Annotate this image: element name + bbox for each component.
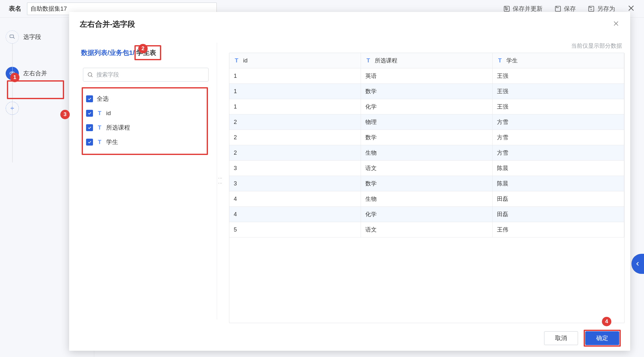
checkbox-checked-icon[interactable] xyxy=(86,124,93,131)
table-cell: 方雪 xyxy=(493,115,624,130)
table-cell: 化学 xyxy=(361,207,493,222)
table-cell: 语文 xyxy=(361,161,493,176)
table-cell: 4 xyxy=(229,191,361,207)
column-header-id[interactable]: Tid xyxy=(229,53,361,68)
field-label: 所选课程 xyxy=(106,124,130,132)
table-cell: 田磊 xyxy=(493,191,624,207)
modal-footer: 取消 确定 xyxy=(69,326,630,351)
table-cell: 3 xyxy=(229,161,361,176)
table-cell: 1 xyxy=(229,84,361,99)
field-search[interactable] xyxy=(83,68,209,82)
table-cell: 1 xyxy=(229,99,361,115)
select-all-row[interactable]: 全选 xyxy=(86,92,204,106)
table-row[interactable]: 2物理方雪 xyxy=(229,115,624,130)
field-search-input[interactable] xyxy=(96,72,205,78)
ok-button[interactable]: 确定 xyxy=(585,331,619,345)
drag-handle-icon[interactable]: ⋮⋮ xyxy=(218,176,223,186)
table-cell: 英语 xyxy=(361,68,493,84)
table-cell: 陈晨 xyxy=(493,161,624,176)
table-cell: 王伟 xyxy=(493,222,624,237)
table-cell: 2 xyxy=(229,130,361,145)
field-row-student[interactable]: T 学生 xyxy=(86,135,204,149)
column-header-student[interactable]: T学生 xyxy=(493,53,624,68)
preview-panel: 当前仅显示部分数据 Tid T所选课程 T学生 1英语王强1数学王强1化学王强2… xyxy=(226,36,625,326)
table-cell: 王强 xyxy=(493,68,624,84)
annotation-badge-1: 1 xyxy=(10,73,19,82)
side-expand-tab[interactable] xyxy=(631,254,644,274)
select-fields-icon xyxy=(6,30,19,44)
modal-body: 数据列表/业务包1/学生表 全选 T id T 所选 xyxy=(69,36,630,326)
close-icon xyxy=(627,4,635,12)
checkbox-checked-icon[interactable] xyxy=(86,110,93,117)
table-row[interactable]: 2生物方雪 xyxy=(229,145,624,161)
table-row[interactable]: 1化学王强 xyxy=(229,99,624,115)
modal-close-button[interactable] xyxy=(613,20,619,28)
field-list: 全选 T id T 所选课程 T 学生 xyxy=(82,87,208,155)
table-row[interactable]: 3语文陈晨 xyxy=(229,161,624,176)
table-row[interactable]: 1英语王强 xyxy=(229,68,624,84)
text-type-icon: T xyxy=(97,139,102,146)
table-row[interactable]: 4生物田磊 xyxy=(229,191,624,207)
step-connector-line xyxy=(12,43,13,163)
table-cell: 2 xyxy=(229,145,361,161)
table-row[interactable]: 5语文王伟 xyxy=(229,222,624,237)
table-cell: 田磊 xyxy=(493,207,624,222)
table-cell: 陈晨 xyxy=(493,176,624,191)
preview-table-container[interactable]: Tid T所选课程 T学生 1英语王强1数学王强1化学王强2物理方雪2数学方雪2… xyxy=(229,53,625,323)
modal-header: 左右合并-选字段 xyxy=(69,12,630,36)
text-type-icon: T xyxy=(365,57,371,64)
svg-rect-0 xyxy=(504,6,510,11)
table-cell: 方雪 xyxy=(493,130,624,145)
table-cell: 数学 xyxy=(361,176,493,191)
field-row-course[interactable]: T 所选课程 xyxy=(86,120,204,135)
select-fields-modal: 左右合并-选字段 数据列表/业务包1/学生表 全选 T xyxy=(69,12,630,351)
table-cell: 方雪 xyxy=(493,145,624,161)
save-and-update-label: 保存并更新 xyxy=(513,5,543,13)
table-row[interactable]: 3数学陈晨 xyxy=(229,176,624,191)
field-selector-panel: 数据列表/业务包1/学生表 全选 T id T 所选 xyxy=(79,36,216,326)
preview-hint: 当前仅显示部分数据 xyxy=(571,42,622,50)
save-label: 保存 xyxy=(564,5,576,13)
modal-title: 左右合并-选字段 xyxy=(80,19,135,29)
column-label: 所选课程 xyxy=(375,57,397,64)
table-name-label: 表名 xyxy=(9,4,21,13)
field-row-id[interactable]: T id xyxy=(86,106,204,120)
breadcrumb-pack[interactable]: 业务包1 xyxy=(109,49,133,56)
annotation-badge-2: 2 xyxy=(138,44,148,53)
svg-rect-1 xyxy=(555,6,561,11)
table-row[interactable]: 4化学田磊 xyxy=(229,207,624,222)
save-icon xyxy=(554,5,561,12)
svg-point-6 xyxy=(88,72,92,76)
step-select-fields-label: 选字段 xyxy=(23,33,41,41)
save-as-button[interactable]: 另存为 xyxy=(588,5,615,13)
checkbox-checked-icon[interactable] xyxy=(86,95,93,102)
table-cell: 数学 xyxy=(361,84,493,99)
table-row[interactable]: 1数学王强 xyxy=(229,84,624,99)
column-header-course[interactable]: T所选课程 xyxy=(361,53,493,68)
svg-rect-3 xyxy=(10,35,14,37)
table-cell: 3 xyxy=(229,176,361,191)
annotation-badge-3: 3 xyxy=(60,110,70,119)
table-cell: 1 xyxy=(229,68,361,84)
preview-table: Tid T所选课程 T学生 1英语王强1数学王强1化学王强2物理方雪2数学方雪2… xyxy=(229,53,624,237)
table-cell: 王强 xyxy=(493,84,624,99)
field-label: 学生 xyxy=(106,138,118,146)
save-and-update-button[interactable]: 保存并更新 xyxy=(503,5,543,13)
save-button[interactable]: 保存 xyxy=(554,5,576,13)
cancel-button[interactable]: 取消 xyxy=(544,331,578,345)
select-all-label: 全选 xyxy=(97,95,109,103)
table-cell: 2 xyxy=(229,115,361,130)
checkbox-checked-icon[interactable] xyxy=(86,139,93,146)
search-icon xyxy=(87,72,93,78)
table-cell: 5 xyxy=(229,222,361,237)
breadcrumb-root[interactable]: 数据列表 xyxy=(81,49,107,56)
table-cell: 物理 xyxy=(361,115,493,130)
table-row[interactable]: 2数学方雪 xyxy=(229,130,624,145)
save-refresh-icon xyxy=(503,5,510,12)
step-join-label: 左右合并 xyxy=(23,69,47,77)
text-type-icon: T xyxy=(234,57,239,64)
table-cell: 语文 xyxy=(361,222,493,237)
column-label: 学生 xyxy=(506,57,518,64)
table-cell: 数学 xyxy=(361,130,493,145)
table-cell: 生物 xyxy=(361,191,493,207)
